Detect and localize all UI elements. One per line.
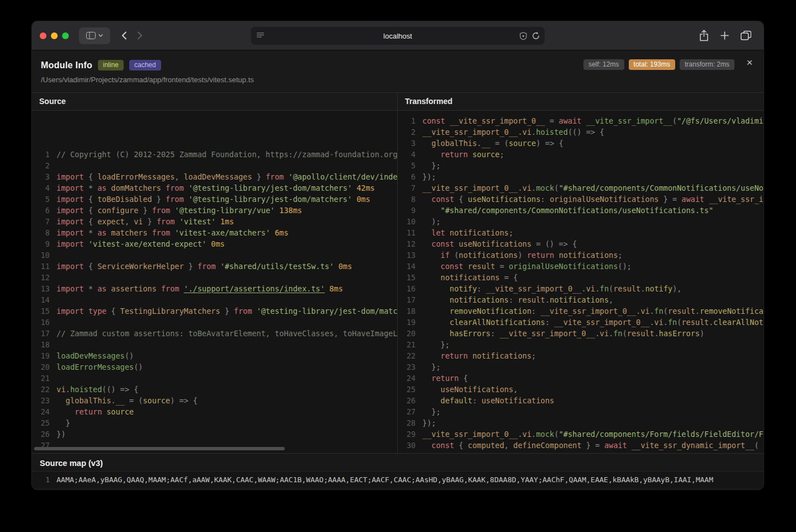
code-token bbox=[422, 385, 441, 394]
share-icon[interactable] bbox=[699, 30, 709, 41]
code-line-content: notifications: result.notifications, bbox=[416, 294, 613, 305]
reload-icon[interactable] bbox=[532, 31, 540, 40]
line-number: 14 bbox=[398, 261, 416, 272]
sourcemap-line[interactable]: 1 AAMA;AAeA,yBAAG,QAAQ,MAAM;AACf,aAAW,KA… bbox=[32, 471, 764, 488]
code-token: "/@fs/Users/vladimir/Projects/zammad/nod… bbox=[677, 116, 764, 125]
code-token: vi bbox=[586, 284, 595, 293]
code-line: 9 "#shared/components/CommonNotification… bbox=[398, 205, 764, 216]
transformed-code[interactable]: 1const __vite_ssr_import_0__ = await __v… bbox=[398, 111, 764, 453]
line-number: 1 bbox=[398, 115, 416, 126]
module-link[interactable]: './support/assertions/index.ts' bbox=[184, 284, 325, 293]
line-number: 28 bbox=[398, 417, 416, 429]
code-token: { bbox=[459, 374, 468, 383]
code-token: // Copyright (C) 2012-2025 Zammad Founda… bbox=[56, 150, 397, 159]
code-token: }); bbox=[422, 172, 436, 181]
code-token: }; bbox=[422, 362, 441, 371]
line-number: 25 bbox=[398, 384, 416, 395]
line-number: 27 bbox=[398, 406, 416, 417]
code-token: fn bbox=[613, 329, 622, 338]
code-token: toBeDisabled bbox=[97, 195, 152, 204]
line-number: 7 bbox=[32, 216, 50, 227]
line-number: 13 bbox=[398, 249, 416, 261]
code-token: ) bbox=[700, 329, 704, 338]
code-line: 6import { configure } from '@testing-lib… bbox=[32, 205, 397, 216]
line-number: 19 bbox=[32, 350, 50, 361]
line-number: 21 bbox=[32, 373, 50, 384]
code-token: __vite_ssr_import__ bbox=[586, 116, 672, 125]
code-line-content: } bbox=[50, 417, 70, 429]
code-token: = () => { bbox=[531, 239, 577, 248]
code-token: }; bbox=[422, 340, 450, 349]
code-line-content: __vite_ssr_import_0__.vi.hoisted(() => { bbox=[416, 126, 604, 138]
code-token: loadDevMessages bbox=[184, 172, 252, 181]
code-token: await bbox=[604, 441, 632, 450]
code-line: 12 const useNotifications = () => { bbox=[398, 238, 764, 249]
code-token: ; bbox=[618, 251, 623, 260]
code-token: : bbox=[540, 195, 549, 204]
code-token: : bbox=[531, 307, 540, 316]
source-horizontal-scrollbar[interactable] bbox=[34, 447, 285, 450]
code-token bbox=[422, 195, 431, 204]
code-token: __vite_ssr_import_0__ bbox=[500, 329, 595, 338]
reader-icon[interactable] bbox=[257, 32, 265, 39]
close-window-button[interactable] bbox=[40, 32, 46, 39]
code-line: 25 } bbox=[32, 417, 397, 429]
code-token: = bbox=[545, 116, 558, 125]
code-token: = ( bbox=[491, 139, 509, 148]
code-token: import bbox=[56, 195, 88, 204]
browser-window: localhost Module Info bbox=[32, 21, 764, 489]
code-token: from bbox=[152, 206, 175, 215]
back-button[interactable] bbox=[121, 31, 127, 40]
code-token: hoisted bbox=[536, 128, 568, 136]
minimize-window-button[interactable] bbox=[51, 32, 58, 39]
zoom-window-button[interactable] bbox=[62, 32, 69, 39]
code-token: }; bbox=[422, 407, 441, 416]
line-number: 22 bbox=[398, 350, 416, 361]
code-line: 2 bbox=[32, 160, 397, 171]
code-token: ( bbox=[672, 116, 677, 125]
code-token: ; bbox=[508, 228, 513, 237]
source-panel: Source 1// Copyright (C) 2012-2025 Zamma… bbox=[32, 93, 398, 453]
module-info-header: Module Info inline cached self: 12mstota… bbox=[32, 50, 764, 92]
code-token bbox=[422, 239, 431, 248]
code-line: 18 bbox=[32, 339, 397, 350]
code-line-content: hasErrors: __vite_ssr_import_0__.vi.fn(r… bbox=[416, 328, 704, 339]
code-token: notifications bbox=[559, 251, 618, 260]
close-icon[interactable]: × bbox=[743, 57, 756, 69]
code-line: 26}) bbox=[32, 429, 397, 440]
code-line: 20loadErrorMessages() bbox=[32, 361, 397, 373]
code-line: 12 bbox=[32, 272, 397, 283]
privacy-shield-icon[interactable] bbox=[520, 32, 527, 40]
code-line: 4 return source; bbox=[398, 149, 764, 160]
code-line: 19loadDevMessages() bbox=[32, 350, 397, 361]
code-line: 5import { toBeDisabled } from '@testing-… bbox=[32, 194, 397, 205]
code-line-content: const { useNotifications: originalUseNot… bbox=[416, 194, 764, 205]
code-token: import type bbox=[56, 307, 111, 316]
source-code[interactable]: 1// Copyright (C) 2012-2025 Zammad Found… bbox=[32, 111, 397, 453]
forward-button[interactable] bbox=[137, 31, 143, 40]
code-token: defineComponent bbox=[514, 441, 582, 450]
code-token: if bbox=[441, 251, 454, 260]
line-number: 9 bbox=[398, 205, 416, 216]
code-token: notify bbox=[645, 284, 672, 293]
address-bar[interactable]: localhost bbox=[251, 27, 545, 45]
code-token: } bbox=[252, 172, 266, 181]
code-token: vi bbox=[134, 217, 143, 226]
code-token: * bbox=[88, 183, 97, 192]
code-token: const bbox=[431, 239, 459, 248]
tab-overview-icon[interactable] bbox=[741, 31, 751, 40]
code-token: : bbox=[545, 318, 554, 327]
code-token: . bbox=[595, 284, 600, 293]
sidebar-toggle-button[interactable] bbox=[79, 27, 110, 44]
code-token: result bbox=[518, 295, 545, 304]
code-token: = { bbox=[500, 273, 518, 282]
code-token bbox=[56, 407, 75, 416]
code-token: . bbox=[654, 329, 659, 338]
new-tab-icon[interactable] bbox=[720, 31, 729, 40]
code-line: 10 bbox=[32, 249, 397, 261]
code-token: : bbox=[477, 284, 486, 293]
code-token: 138ms bbox=[275, 206, 302, 215]
line-number: 9 bbox=[32, 238, 50, 249]
code-line: 15import type { TestingLibraryMatchers }… bbox=[32, 305, 397, 317]
code-line-content: import { toBeDisabled } from '@testing-l… bbox=[50, 194, 370, 205]
